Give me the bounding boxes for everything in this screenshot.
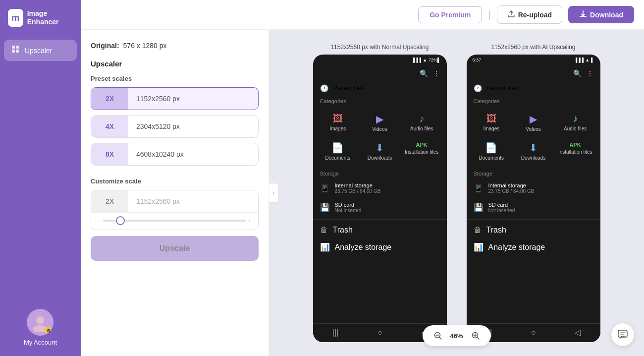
analyze-label-ai: Analyze storage [488, 243, 545, 252]
header-separator: | [488, 9, 490, 20]
internal-storage-icon-ai: 📱 [474, 183, 483, 193]
internal-storage-normal: 📱 Internal storage 23.75 GB / 64.00 GB [313, 178, 447, 198]
svg-rect-0 [12, 46, 15, 49]
slider-thumb[interactable] [116, 216, 125, 225]
trash-icon: 🗑 [320, 226, 328, 235]
scale-option-8x[interactable]: 8X 4608x10240 px [91, 143, 259, 166]
slider-max-icon: + [248, 218, 251, 224]
left-panel: Original: 576 x 1280 px Upscaler Preset … [81, 30, 269, 356]
downloads-icon: ⬇ [376, 142, 384, 154]
normal-label: 1152x2560 px with Normal Upscaling [313, 44, 447, 51]
audio-icon-ai: ♪ [573, 113, 578, 124]
status-bar-normal: ▐▐▐ ▲ 72%▌ [313, 55, 447, 65]
videos-icon-ai: ▶ [530, 113, 537, 125]
home-btn-normal[interactable]: ○ [377, 328, 382, 337]
storage-header-normal: Storage [313, 168, 447, 178]
original-size: 576 x 1280 px [123, 42, 167, 50]
phone-toolbar-ai: 🔍 ⋮ [467, 65, 600, 81]
zoom-out-button[interactable] [431, 329, 444, 342]
videos-icon: ▶ [376, 113, 383, 125]
custom-label: 2X [91, 190, 128, 212]
back-btn-normal[interactable]: ||| [332, 328, 338, 337]
original-info: Original: 576 x 1280 px [91, 42, 259, 50]
sidebar-logo: m Image Enhancer [0, 0, 81, 36]
premium-button[interactable]: Go Premium [418, 6, 482, 23]
analyze-item-ai: 📊 Analyze storage [467, 238, 600, 256]
sd-card-icon: 💾 [320, 203, 330, 212]
scale-label-4x: 4X [91, 116, 128, 137]
recent-files-item: 🕐 Recent files [313, 81, 447, 95]
cat-downloads-ai: ⬇ Downloads [513, 138, 553, 165]
scale-option-2x[interactable]: 2X 1152x2560 px [91, 87, 259, 110]
collapse-button[interactable]: ‹ [269, 183, 279, 203]
more-icon-ai[interactable]: ⋮ [587, 69, 593, 77]
zoom-in-button[interactable] [469, 329, 482, 342]
battery-icon-ai: ▌ [591, 58, 594, 62]
more-icon[interactable]: ⋮ [433, 69, 440, 77]
upscale-button[interactable]: Upscale [91, 236, 259, 261]
internal-storage-sub-ai: 23.75 GB / 64.00 GB [488, 188, 535, 194]
chat-button[interactable] [611, 323, 634, 346]
sd-card-ai: 💾 SD card Not inserted [467, 198, 600, 217]
custom-scale-top: 2X 1152x2560 px [91, 190, 258, 212]
status-icons-ai: ▐▐▐ ▲ ▌ [574, 58, 594, 62]
category-grid-ai: 🖼 Images ▶ Videos ♪ Audio files [467, 106, 600, 168]
preview-area: ‹ 1152x2560 px with Normal Upscaling ▐▐▐… [269, 30, 644, 356]
reupload-icon [507, 10, 515, 19]
analyze-icon: 📊 [320, 242, 330, 252]
home-btn-ai[interactable]: ○ [531, 328, 536, 337]
internal-storage-info: Internal storage 23.75 GB / 64.00 GB [335, 182, 381, 194]
analyze-icon-ai: 📊 [474, 242, 483, 252]
svg-point-4 [36, 316, 44, 324]
categories-header-ai: Categories [467, 95, 600, 106]
wifi-icon: ▲ [423, 58, 427, 62]
clock-icon-ai: 🕐 [474, 84, 482, 92]
app-logo-icon: m [8, 9, 23, 27]
phone-toolbar-icons-normal: 🔍 ⋮ [420, 69, 440, 77]
downloads-icon-ai: ⬇ [529, 142, 537, 154]
scale-option-4x[interactable]: 4X 2304x5120 px [91, 115, 259, 138]
status-bar-ai: 6:37 ▐▐▐ ▲ ▌ [467, 55, 600, 65]
cat-images-label-ai: Images [483, 126, 499, 131]
cat-images-ai: 🖼 Images [472, 109, 512, 136]
slider-min-icon: − [98, 218, 101, 224]
custom-scale-box: 2X 1152x2560 px − + [91, 190, 259, 230]
slider-track[interactable] [103, 220, 246, 222]
trash-icon-ai: 🗑 [474, 226, 482, 235]
svg-line-10 [477, 338, 479, 340]
reupload-button[interactable]: Re-upload [497, 5, 562, 24]
recents-btn-ai[interactable]: ◁ [575, 328, 581, 337]
trash-item-ai: 🗑 Trash [467, 222, 600, 238]
previews-container: 1152x2560 px with Normal Upscaling ▐▐▐ ▲… [303, 34, 610, 352]
download-button[interactable]: Download [568, 6, 634, 23]
cat-audio-label-ai: Audio files [564, 126, 587, 131]
docs-icon-ai: 📄 [485, 142, 497, 154]
main: Go Premium | Re-upload Download Original… [81, 0, 644, 356]
svg-line-7 [439, 338, 441, 340]
zoom-value: 46% [450, 332, 463, 340]
search-icon[interactable]: 🔍 [420, 69, 428, 77]
internal-storage-ai: 📱 Internal storage 23.75 GB / 64.00 GB [467, 178, 600, 198]
cat-docs: 📄 Documents [318, 138, 358, 165]
sd-card-icon-ai: 💾 [474, 203, 483, 212]
sidebar-nav: Upscaler [0, 36, 81, 65]
status-time-ai: 6:37 [473, 58, 482, 62]
status-icons-normal: ▐▐▐ ▲ 72%▌ [412, 58, 440, 62]
cat-downloads: ⬇ Downloads [360, 138, 400, 165]
preset-scales: 2X 1152x2560 px 4X 2304x5120 px 8X 4608x… [91, 87, 259, 166]
category-grid-normal: 🖼 Images ▶ Videos ♪ Audio files [313, 106, 447, 168]
audio-icon: ♪ [419, 113, 424, 124]
signal-icon: ▐▐▐ [412, 58, 421, 62]
sidebar-item-upscaler[interactable]: Upscaler [4, 40, 77, 61]
sd-card-normal: 💾 SD card Not inserted [313, 198, 447, 217]
analyze-item-normal: 📊 Analyze storage [313, 238, 447, 256]
sidebar-account[interactable]: ⚙ My Account [14, 299, 67, 356]
svg-rect-2 [12, 50, 15, 53]
zoom-controls: 46% [422, 325, 490, 346]
svg-rect-1 [16, 46, 19, 49]
phone-screen-normal: ▐▐▐ ▲ 72%▌ 🔍 ⋮ [313, 55, 447, 342]
divider-normal [313, 219, 447, 220]
search-icon-ai[interactable]: 🔍 [573, 69, 582, 77]
sd-card-info-ai: SD card Not inserted [488, 202, 515, 213]
phone-toolbar-normal: 🔍 ⋮ [313, 65, 447, 81]
